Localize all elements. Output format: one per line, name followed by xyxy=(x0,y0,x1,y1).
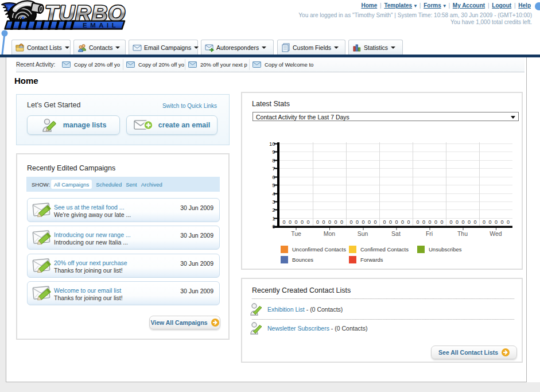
svg-text:0: 0 xyxy=(383,219,386,225)
svg-text:Sat: Sat xyxy=(391,230,401,237)
svg-text:EMAIL: EMAIL xyxy=(83,22,119,29)
svg-text:0: 0 xyxy=(473,219,476,225)
svg-text:0: 0 xyxy=(322,219,325,225)
svg-text:0: 0 xyxy=(349,219,352,225)
svg-text:Unconfirmed Contacts: Unconfirmed Contacts xyxy=(292,246,346,253)
svg-text:Wed: Wed xyxy=(490,230,502,237)
svg-text:0: 0 xyxy=(289,219,292,225)
svg-text:0: 0 xyxy=(407,219,410,225)
svg-text:0: 0 xyxy=(422,219,425,225)
svg-text:0: 0 xyxy=(449,219,452,225)
svg-text:Bounces: Bounces xyxy=(292,257,313,263)
svg-text:Mon: Mon xyxy=(324,230,336,237)
svg-text:Forwards: Forwards xyxy=(360,257,383,263)
svg-text:0: 0 xyxy=(306,219,309,225)
svg-text:Thu: Thu xyxy=(457,230,468,237)
svg-text:Fri: Fri xyxy=(426,230,433,237)
svg-text:Sun: Sun xyxy=(358,230,368,237)
svg-text:0: 0 xyxy=(374,219,376,225)
svg-text:0: 0 xyxy=(294,219,297,225)
svg-text:Unsubscribes: Unsubscribes xyxy=(429,246,462,253)
svg-text:0: 0 xyxy=(500,219,503,225)
svg-text:0: 0 xyxy=(334,219,337,225)
svg-text:0: 0 xyxy=(488,219,491,225)
svg-text:0: 0 xyxy=(456,219,459,225)
svg-text:0: 0 xyxy=(483,219,485,225)
svg-text:0: 0 xyxy=(356,219,359,225)
svg-text:0: 0 xyxy=(434,219,437,225)
svg-text:0: 0 xyxy=(328,219,331,225)
svg-text:0: 0 xyxy=(395,219,398,225)
svg-text:0: 0 xyxy=(440,219,443,225)
svg-text:0: 0 xyxy=(507,219,510,225)
svg-text:0: 0 xyxy=(368,219,371,225)
svg-text:Tue: Tue xyxy=(291,230,301,237)
svg-text:0: 0 xyxy=(340,219,343,225)
svg-text:0: 0 xyxy=(416,219,419,225)
svg-text:0: 0 xyxy=(401,219,404,225)
svg-text:0: 0 xyxy=(389,219,392,225)
svg-text:0: 0 xyxy=(362,219,364,225)
svg-text:0: 0 xyxy=(461,219,464,225)
svg-text:0: 0 xyxy=(301,219,304,225)
svg-text:0: 0 xyxy=(316,219,319,225)
svg-text:Confirmed Contacts: Confirmed Contacts xyxy=(360,246,409,253)
svg-text:0: 0 xyxy=(282,219,285,225)
svg-text:0: 0 xyxy=(495,219,498,225)
svg-text:0: 0 xyxy=(468,219,471,225)
svg-text:0: 0 xyxy=(272,223,275,230)
svg-text:0: 0 xyxy=(428,219,431,225)
